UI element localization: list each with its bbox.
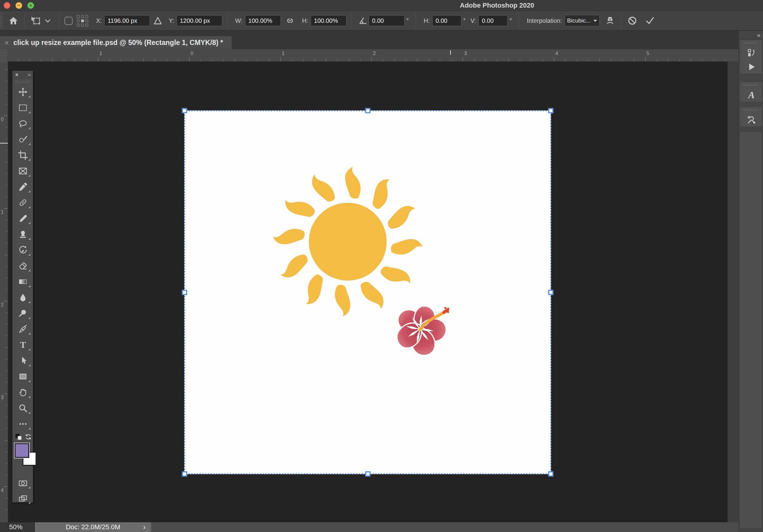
- vertical-scrollbar-track[interactable]: [727, 61, 738, 522]
- doc-size-text: Doc: 22.0M/25.0M: [66, 523, 120, 531]
- clone-stamp-icon: [18, 229, 28, 241]
- v-skew-label: V:: [471, 17, 476, 24]
- h-skew-input[interactable]: [432, 15, 462, 26]
- warp-mode-icon[interactable]: [604, 15, 616, 27]
- vertical-ruler[interactable]: 01234: [0, 61, 8, 522]
- blur-icon: [18, 292, 28, 304]
- ruler-tick: [3, 301, 8, 301]
- zoom-level-field[interactable]: 50%: [0, 522, 35, 532]
- ruler-tick: [6, 289, 8, 290]
- transform-handle-middle-right[interactable]: [548, 290, 554, 295]
- document-size-status[interactable]: Doc: 22.0M/25.0M ›: [35, 522, 151, 532]
- dock-group-grip[interactable]: [743, 41, 758, 45]
- toolbox-panel-icon: [747, 115, 756, 125]
- cancel-transform-icon[interactable]: [626, 15, 638, 27]
- delta-icon[interactable]: [152, 15, 164, 27]
- tool-eyedropper[interactable]: [13, 179, 34, 195]
- screen-mode-icon: [18, 493, 28, 505]
- x-position-input[interactable]: [104, 15, 150, 26]
- status-bar: 50% Doc: 22.0M/25.0M ›: [0, 522, 738, 532]
- horizontal-ruler[interactable]: 1012345: [0, 49, 738, 61]
- width-input[interactable]: [245, 15, 281, 26]
- ruler-tick: [6, 324, 8, 324]
- ruler-corner: [0, 49, 8, 61]
- tool-dodge[interactable]: [13, 306, 34, 322]
- document-tab[interactable]: × click up resize example file.psd @ 50%…: [0, 36, 232, 49]
- commit-transform-icon[interactable]: [644, 15, 656, 27]
- tool-blur[interactable]: [13, 290, 34, 306]
- tool-rectangular-marquee[interactable]: [13, 100, 34, 116]
- transform-handle-middle-left[interactable]: [182, 290, 187, 295]
- home-icon[interactable]: [7, 15, 20, 27]
- link-dimensions-icon[interactable]: [284, 15, 296, 27]
- default-swap-colors[interactable]: [13, 432, 33, 443]
- dock-group-grip[interactable]: [743, 83, 758, 87]
- ruler-tick: [6, 81, 8, 81]
- tool-history-brush[interactable]: [13, 243, 34, 259]
- expand-tools-panel-icon[interactable]: »: [28, 72, 30, 77]
- tool-frame[interactable]: [13, 163, 34, 179]
- tool-lasso[interactable]: [13, 116, 34, 132]
- interpolation-select[interactable]: Bicubic...: [565, 15, 600, 27]
- minimize-window-button[interactable]: −: [16, 2, 22, 9]
- reference-point-checkbox[interactable]: [64, 17, 73, 25]
- tool-healing-brush[interactable]: [13, 195, 34, 211]
- svg-text:A: A: [747, 90, 754, 100]
- tool-hand[interactable]: [13, 385, 34, 401]
- y-position-input[interactable]: [176, 15, 222, 26]
- tools-panel-grip[interactable]: [16, 80, 30, 84]
- dodge-icon: [18, 308, 28, 320]
- close-tab-icon[interactable]: ×: [0, 39, 13, 47]
- ruler-tick: [6, 475, 8, 475]
- transform-handle-bottom-left[interactable]: [182, 472, 187, 477]
- tool-eraser[interactable]: [13, 259, 34, 274]
- actions-panel-button[interactable]: [740, 60, 763, 74]
- toolbar-tools: T: [13, 84, 33, 432]
- collapse-dock-icon[interactable]: «: [739, 31, 763, 39]
- tool-clone-stamp[interactable]: [13, 227, 34, 243]
- tool-path-selection[interactable]: [13, 353, 34, 369]
- transform-handle-top-center[interactable]: [365, 108, 370, 113]
- transform-handle-bottom-center[interactable]: [365, 472, 370, 477]
- ruler-tick: [417, 59, 417, 61]
- tool-ellipsis[interactable]: [13, 416, 34, 432]
- status-chevron-icon[interactable]: ›: [143, 523, 146, 531]
- chevron-down-icon[interactable]: [42, 15, 54, 27]
- zoom-window-button[interactable]: +: [27, 2, 34, 9]
- ruler-tick: [6, 185, 8, 185]
- tool-crop[interactable]: [13, 148, 34, 163]
- transform-handle-bottom-right[interactable]: [548, 472, 554, 477]
- transform-handle-top-left[interactable]: [182, 108, 187, 113]
- dock-group-grip[interactable]: [743, 108, 758, 112]
- history-panel-button[interactable]: [740, 46, 763, 60]
- canvas-area[interactable]: [8, 61, 727, 522]
- object-selection-icon: [18, 134, 28, 146]
- close-tools-panel-icon[interactable]: ×: [15, 72, 19, 77]
- transform-handle-top-right[interactable]: [548, 108, 554, 113]
- document-canvas[interactable]: [184, 111, 551, 474]
- toolbox-panel-button[interactable]: [740, 113, 763, 127]
- tool-rectangle[interactable]: [13, 369, 34, 385]
- foreground-color-swatch[interactable]: [15, 443, 29, 458]
- tool-brush[interactable]: [13, 211, 34, 227]
- degree-symbol: °: [463, 17, 466, 24]
- v-skew-input[interactable]: [479, 15, 508, 26]
- ruler-tick: [3, 116, 8, 116]
- options-bar-grip[interactable]: [0, 14, 3, 27]
- reference-point-locator[interactable]: [77, 15, 88, 27]
- close-window-button[interactable]: [4, 2, 10, 9]
- glyphs-panel-button[interactable]: A: [740, 88, 763, 102]
- tool-pen[interactable]: [13, 322, 34, 337]
- tool-quick-mask[interactable]: [13, 476, 34, 491]
- height-input[interactable]: [311, 15, 347, 26]
- tool-zoom[interactable]: [13, 401, 34, 416]
- tool-gradient[interactable]: [13, 274, 34, 290]
- tool-move[interactable]: [13, 84, 34, 100]
- tool-screen-mode[interactable]: [13, 491, 34, 506]
- rotate-input[interactable]: [369, 15, 405, 26]
- tool-type[interactable]: T: [13, 337, 34, 353]
- tool-object-selection[interactable]: [13, 132, 34, 148]
- ruler-tick: [6, 336, 8, 336]
- transform-tool-icon[interactable]: [30, 15, 42, 27]
- tools-panel: × » T: [12, 70, 33, 502]
